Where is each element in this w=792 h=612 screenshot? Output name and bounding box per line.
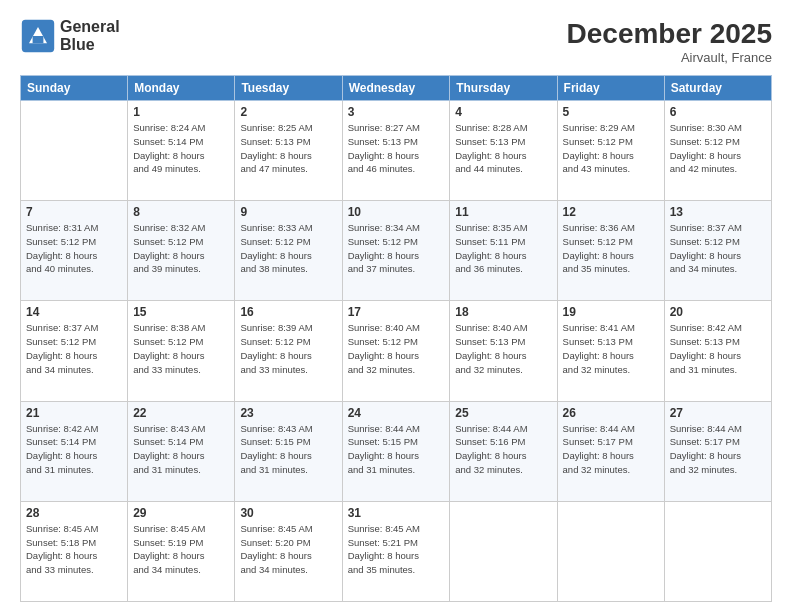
day-cell: 12Sunrise: 8:36 AM Sunset: 5:12 PM Dayli…	[557, 201, 664, 301]
day-number: 1	[133, 105, 229, 119]
day-info: Sunrise: 8:44 AM Sunset: 5:17 PM Dayligh…	[563, 422, 659, 477]
day-info: Sunrise: 8:44 AM Sunset: 5:16 PM Dayligh…	[455, 422, 551, 477]
day-number: 23	[240, 406, 336, 420]
day-cell	[450, 501, 557, 601]
month-title: December 2025	[567, 18, 772, 50]
day-number: 28	[26, 506, 122, 520]
day-info: Sunrise: 8:25 AM Sunset: 5:13 PM Dayligh…	[240, 121, 336, 176]
calendar-table: SundayMondayTuesdayWednesdayThursdayFrid…	[20, 75, 772, 602]
day-number: 24	[348, 406, 445, 420]
day-cell: 10Sunrise: 8:34 AM Sunset: 5:12 PM Dayli…	[342, 201, 450, 301]
day-cell: 17Sunrise: 8:40 AM Sunset: 5:12 PM Dayli…	[342, 301, 450, 401]
day-cell: 24Sunrise: 8:44 AM Sunset: 5:15 PM Dayli…	[342, 401, 450, 501]
day-cell	[664, 501, 771, 601]
day-info: Sunrise: 8:44 AM Sunset: 5:17 PM Dayligh…	[670, 422, 766, 477]
day-cell: 18Sunrise: 8:40 AM Sunset: 5:13 PM Dayli…	[450, 301, 557, 401]
day-number: 9	[240, 205, 336, 219]
day-info: Sunrise: 8:43 AM Sunset: 5:14 PM Dayligh…	[133, 422, 229, 477]
logo-line2: Blue	[60, 36, 120, 54]
day-number: 17	[348, 305, 445, 319]
day-number: 15	[133, 305, 229, 319]
weekday-header-thursday: Thursday	[450, 76, 557, 101]
day-cell: 1Sunrise: 8:24 AM Sunset: 5:14 PM Daylig…	[128, 101, 235, 201]
day-number: 31	[348, 506, 445, 520]
day-cell: 29Sunrise: 8:45 AM Sunset: 5:19 PM Dayli…	[128, 501, 235, 601]
day-info: Sunrise: 8:40 AM Sunset: 5:13 PM Dayligh…	[455, 321, 551, 376]
day-cell: 15Sunrise: 8:38 AM Sunset: 5:12 PM Dayli…	[128, 301, 235, 401]
day-cell: 13Sunrise: 8:37 AM Sunset: 5:12 PM Dayli…	[664, 201, 771, 301]
day-info: Sunrise: 8:30 AM Sunset: 5:12 PM Dayligh…	[670, 121, 766, 176]
day-number: 21	[26, 406, 122, 420]
day-info: Sunrise: 8:45 AM Sunset: 5:20 PM Dayligh…	[240, 522, 336, 577]
day-cell: 26Sunrise: 8:44 AM Sunset: 5:17 PM Dayli…	[557, 401, 664, 501]
logo-icon	[20, 18, 56, 54]
weekday-header-wednesday: Wednesday	[342, 76, 450, 101]
day-number: 16	[240, 305, 336, 319]
location: Airvault, France	[567, 50, 772, 65]
day-number: 8	[133, 205, 229, 219]
day-info: Sunrise: 8:29 AM Sunset: 5:12 PM Dayligh…	[563, 121, 659, 176]
day-info: Sunrise: 8:40 AM Sunset: 5:12 PM Dayligh…	[348, 321, 445, 376]
day-info: Sunrise: 8:27 AM Sunset: 5:13 PM Dayligh…	[348, 121, 445, 176]
weekday-header-tuesday: Tuesday	[235, 76, 342, 101]
day-cell: 23Sunrise: 8:43 AM Sunset: 5:15 PM Dayli…	[235, 401, 342, 501]
day-cell: 3Sunrise: 8:27 AM Sunset: 5:13 PM Daylig…	[342, 101, 450, 201]
day-cell: 25Sunrise: 8:44 AM Sunset: 5:16 PM Dayli…	[450, 401, 557, 501]
day-info: Sunrise: 8:31 AM Sunset: 5:12 PM Dayligh…	[26, 221, 122, 276]
day-info: Sunrise: 8:45 AM Sunset: 5:21 PM Dayligh…	[348, 522, 445, 577]
week-row-4: 21Sunrise: 8:42 AM Sunset: 5:14 PM Dayli…	[21, 401, 772, 501]
day-info: Sunrise: 8:45 AM Sunset: 5:18 PM Dayligh…	[26, 522, 122, 577]
day-cell: 11Sunrise: 8:35 AM Sunset: 5:11 PM Dayli…	[450, 201, 557, 301]
day-number: 19	[563, 305, 659, 319]
week-row-1: 1Sunrise: 8:24 AM Sunset: 5:14 PM Daylig…	[21, 101, 772, 201]
day-cell: 9Sunrise: 8:33 AM Sunset: 5:12 PM Daylig…	[235, 201, 342, 301]
day-number: 4	[455, 105, 551, 119]
day-cell: 5Sunrise: 8:29 AM Sunset: 5:12 PM Daylig…	[557, 101, 664, 201]
day-number: 7	[26, 205, 122, 219]
day-info: Sunrise: 8:42 AM Sunset: 5:14 PM Dayligh…	[26, 422, 122, 477]
day-cell: 6Sunrise: 8:30 AM Sunset: 5:12 PM Daylig…	[664, 101, 771, 201]
day-info: Sunrise: 8:37 AM Sunset: 5:12 PM Dayligh…	[26, 321, 122, 376]
day-info: Sunrise: 8:37 AM Sunset: 5:12 PM Dayligh…	[670, 221, 766, 276]
day-info: Sunrise: 8:36 AM Sunset: 5:12 PM Dayligh…	[563, 221, 659, 276]
day-number: 5	[563, 105, 659, 119]
day-cell: 19Sunrise: 8:41 AM Sunset: 5:13 PM Dayli…	[557, 301, 664, 401]
day-info: Sunrise: 8:38 AM Sunset: 5:12 PM Dayligh…	[133, 321, 229, 376]
day-number: 2	[240, 105, 336, 119]
week-row-2: 7Sunrise: 8:31 AM Sunset: 5:12 PM Daylig…	[21, 201, 772, 301]
day-cell: 30Sunrise: 8:45 AM Sunset: 5:20 PM Dayli…	[235, 501, 342, 601]
weekday-header-sunday: Sunday	[21, 76, 128, 101]
day-info: Sunrise: 8:35 AM Sunset: 5:11 PM Dayligh…	[455, 221, 551, 276]
day-number: 10	[348, 205, 445, 219]
day-number: 29	[133, 506, 229, 520]
logo: General Blue	[20, 18, 120, 54]
day-number: 26	[563, 406, 659, 420]
weekday-header-saturday: Saturday	[664, 76, 771, 101]
title-block: December 2025 Airvault, France	[567, 18, 772, 65]
day-info: Sunrise: 8:44 AM Sunset: 5:15 PM Dayligh…	[348, 422, 445, 477]
day-cell: 8Sunrise: 8:32 AM Sunset: 5:12 PM Daylig…	[128, 201, 235, 301]
day-number: 25	[455, 406, 551, 420]
svg-rect-2	[33, 36, 44, 43]
day-cell: 20Sunrise: 8:42 AM Sunset: 5:13 PM Dayli…	[664, 301, 771, 401]
header: General Blue December 2025 Airvault, Fra…	[20, 18, 772, 65]
day-number: 12	[563, 205, 659, 219]
day-number: 27	[670, 406, 766, 420]
week-row-5: 28Sunrise: 8:45 AM Sunset: 5:18 PM Dayli…	[21, 501, 772, 601]
day-number: 3	[348, 105, 445, 119]
day-number: 30	[240, 506, 336, 520]
day-cell	[557, 501, 664, 601]
day-number: 11	[455, 205, 551, 219]
day-info: Sunrise: 8:32 AM Sunset: 5:12 PM Dayligh…	[133, 221, 229, 276]
day-info: Sunrise: 8:42 AM Sunset: 5:13 PM Dayligh…	[670, 321, 766, 376]
day-cell: 14Sunrise: 8:37 AM Sunset: 5:12 PM Dayli…	[21, 301, 128, 401]
weekday-header-friday: Friday	[557, 76, 664, 101]
day-cell: 7Sunrise: 8:31 AM Sunset: 5:12 PM Daylig…	[21, 201, 128, 301]
day-cell: 31Sunrise: 8:45 AM Sunset: 5:21 PM Dayli…	[342, 501, 450, 601]
weekday-header-row: SundayMondayTuesdayWednesdayThursdayFrid…	[21, 76, 772, 101]
day-cell: 28Sunrise: 8:45 AM Sunset: 5:18 PM Dayli…	[21, 501, 128, 601]
day-cell	[21, 101, 128, 201]
day-info: Sunrise: 8:43 AM Sunset: 5:15 PM Dayligh…	[240, 422, 336, 477]
day-cell: 2Sunrise: 8:25 AM Sunset: 5:13 PM Daylig…	[235, 101, 342, 201]
day-cell: 22Sunrise: 8:43 AM Sunset: 5:14 PM Dayli…	[128, 401, 235, 501]
